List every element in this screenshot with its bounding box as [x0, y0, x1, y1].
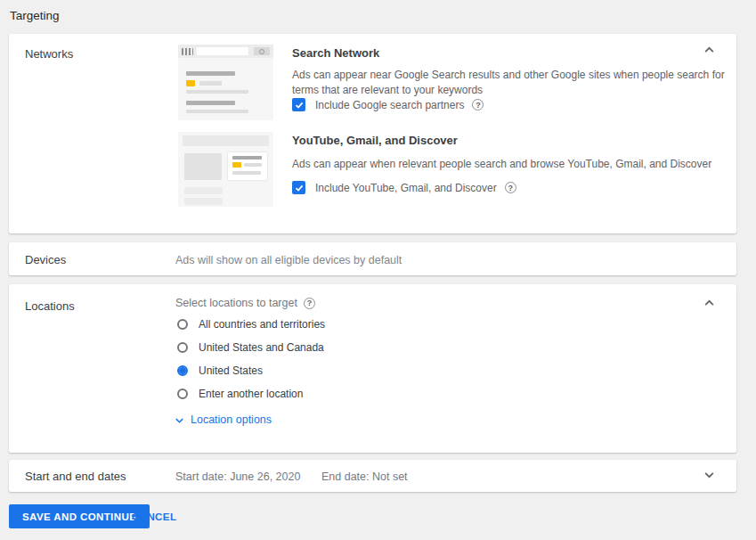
preview-logo-bars [182, 48, 193, 55]
chevron-up-icon [703, 45, 715, 56]
networks-collapse-button[interactable] [700, 41, 719, 60]
help-icon[interactable]: ? [304, 298, 315, 309]
location-radio-group: All countries and territories United Sta… [177, 313, 325, 405]
youtube-gmail-description: Ads can appear when relevant people sear… [292, 157, 730, 172]
preview-header-bar [183, 135, 269, 146]
preview-search-button-icon [254, 47, 270, 55]
devices-label: Devices [25, 253, 66, 266]
locations-label: Locations [25, 299, 75, 313]
devices-panel[interactable]: Devices Ads will show on all eligible de… [9, 242, 736, 275]
networks-panel: Networks Search Network Ads can appear n… [9, 34, 736, 233]
radio-enter-another-location[interactable]: Enter another location [177, 382, 325, 405]
include-youtube-gmail-label: Include YouTube, Gmail, and Discover [315, 182, 497, 194]
chevron-down-icon [703, 469, 715, 480]
radio-unselected-icon[interactable] [177, 389, 188, 399]
checkbox-checked-icon[interactable] [292, 181, 305, 194]
locations-panel: Locations Select locations to target ? A… [9, 284, 736, 453]
youtube-gmail-preview-image [178, 132, 273, 207]
page-title: Targeting [10, 9, 60, 22]
radio-unselected-icon[interactable] [177, 319, 188, 330]
preview-video-placeholder [184, 153, 222, 180]
locations-collapse-button[interactable] [700, 294, 719, 313]
radio-us-and-canada[interactable]: United States and Canada [177, 336, 325, 359]
include-search-partners-label: Include Google search partners [315, 99, 464, 111]
youtube-gmail-title: YouTube, Gmail, and Discover [292, 134, 458, 147]
help-icon[interactable]: ? [505, 182, 516, 193]
radio-unselected-icon[interactable] [177, 342, 188, 353]
dates-label: Start and end dates [25, 470, 126, 483]
radio-selected-icon[interactable] [177, 365, 188, 376]
devices-summary: Ads will show on all eligible devices by… [175, 254, 402, 266]
radio-all-countries[interactable]: All countries and territories [177, 313, 325, 336]
chevron-down-icon [175, 415, 184, 425]
preview-ad-card [228, 152, 267, 180]
radio-united-states[interactable]: United States [177, 359, 325, 382]
locations-prompt: Select locations to target [175, 297, 297, 309]
chevron-up-icon [703, 298, 715, 309]
checkbox-checked-icon[interactable] [292, 98, 305, 111]
networks-label: Networks [25, 47, 73, 61]
end-date-value: End date: Not set [321, 470, 408, 483]
dates-expand-button[interactable] [700, 465, 719, 484]
include-youtube-gmail-row[interactable]: Include YouTube, Gmail, and Discover ? [292, 181, 516, 194]
search-network-title: Search Network [292, 46, 379, 60]
location-options-link[interactable]: Location options [175, 413, 272, 426]
start-date-value: Start date: June 26, 2020 [175, 470, 300, 483]
preview-ad-badge [232, 162, 241, 168]
cancel-button[interactable]: CANCEL [125, 504, 183, 528]
help-icon[interactable]: ? [472, 99, 484, 110]
preview-search-box [197, 47, 248, 55]
dates-panel[interactable]: Start and end dates Start date: June 26,… [9, 460, 736, 492]
search-results-preview-image [178, 45, 273, 120]
search-network-description: Ads can appear near Google Search result… [292, 68, 730, 97]
include-search-partners-row[interactable]: Include Google search partners ? [292, 98, 484, 111]
preview-ad-badge [186, 80, 195, 86]
